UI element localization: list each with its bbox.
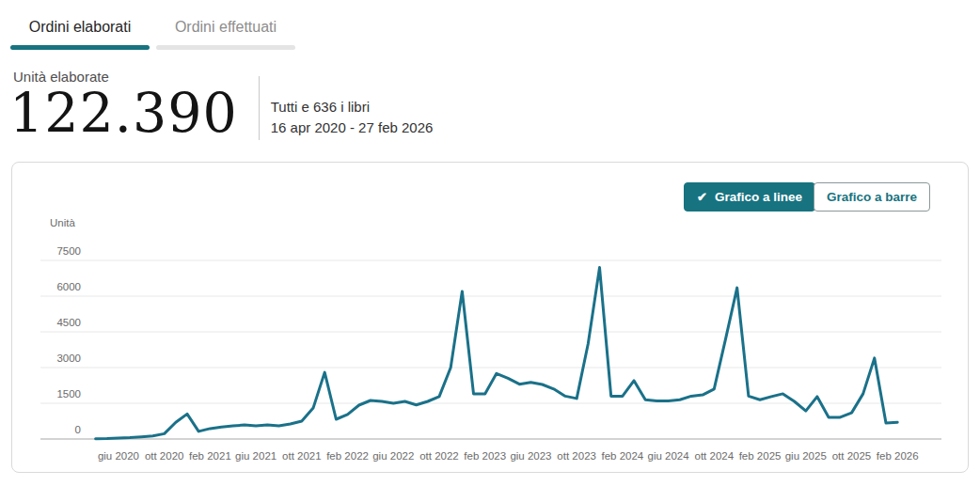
x-tick-label: ott 2020: [145, 450, 184, 462]
x-tick-label: giu 2022: [372, 450, 414, 462]
tab-ordini-elaborati[interactable]: Ordini elaborati: [10, 13, 150, 50]
y-tick-label: 6000: [56, 281, 81, 292]
chart-card: ✔Grafico a linee Grafico a barre 0150030…: [11, 162, 969, 473]
line-chart-button[interactable]: ✔Grafico a linee: [684, 182, 815, 212]
line-chart-button-label: Grafico a linee: [715, 190, 802, 204]
y-axis-title: Unità: [50, 217, 75, 228]
check-icon: ✔: [697, 190, 707, 204]
tab-active-underline: [10, 45, 150, 50]
x-tick-label: giu 2024: [648, 450, 690, 462]
units-summary: Unità elaborate 122.390 Tutti e 636 i li…: [12, 69, 980, 140]
y-tick-label: 4500: [56, 317, 81, 328]
x-tick-label: giu 2021: [235, 450, 277, 462]
x-tick-label: feb 2026: [877, 450, 919, 462]
data-series-line: [96, 268, 898, 439]
units-value: 122.390: [9, 86, 238, 140]
x-tick-label: ott 2024: [695, 450, 735, 462]
x-tick-label: feb 2025: [739, 450, 782, 462]
divider: [259, 76, 260, 140]
y-tick-label: 3000: [56, 353, 81, 364]
tab-underline: [156, 45, 295, 50]
tab-label: Ordini elaborati: [10, 13, 150, 45]
y-tick-label: 7500: [56, 245, 81, 257]
x-tick-label: ott 2023: [557, 450, 596, 462]
x-tick-label: ott 2025: [832, 450, 872, 462]
x-tick-label: feb 2021: [189, 450, 231, 462]
x-tick-label: giu 2025: [785, 450, 827, 462]
tab-ordini-effettuati[interactable]: Ordini effettuati: [156, 13, 295, 50]
x-tick-label: feb 2024: [601, 450, 643, 462]
x-tick-label: ott 2021: [282, 450, 322, 462]
chart-type-toggle: ✔Grafico a linee Grafico a barre: [684, 182, 930, 212]
tab-label: Ordini effettuati: [156, 13, 295, 45]
x-tick-label: ott 2022: [419, 450, 459, 462]
books-scope: Tutti e 636 i libri: [271, 97, 434, 118]
y-tick-label: 1500: [56, 388, 81, 400]
x-tick-label: giu 2020: [98, 450, 139, 462]
report-tabs: Ordini elaborati Ordini effettuati: [10, 13, 980, 50]
y-tick-label: 0: [75, 424, 81, 435]
bar-chart-button-label: Grafico a barre: [827, 190, 917, 204]
x-tick-label: giu 2023: [510, 450, 551, 462]
x-tick-label: feb 2022: [326, 450, 369, 462]
date-range: 16 apr 2020 - 27 feb 2026: [271, 118, 434, 138]
x-tick-label: feb 2023: [464, 450, 506, 462]
bar-chart-button[interactable]: Grafico a barre: [814, 182, 930, 212]
